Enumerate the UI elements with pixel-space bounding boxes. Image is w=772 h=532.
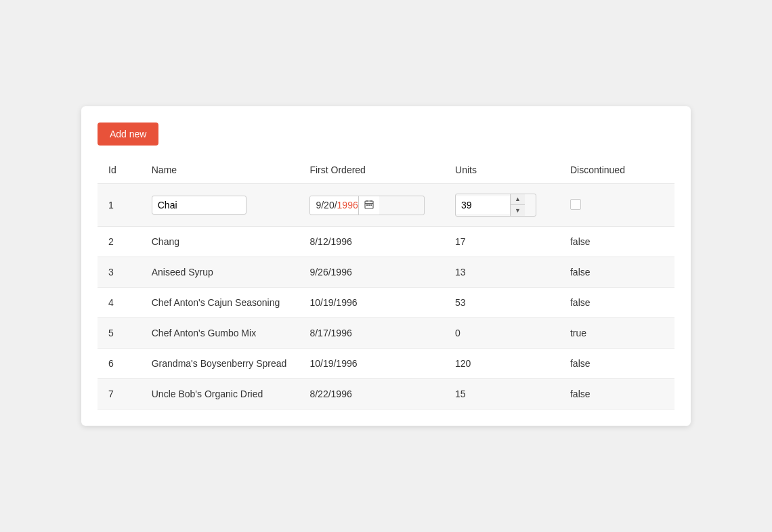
cell-date-1: 9/20/1996 [299,184,444,227]
units-input-wrapper: ▲ ▼ [455,194,536,217]
col-header-first-ordered: First Ordered [299,156,444,184]
cell-date: 8/12/1996 [299,227,444,257]
cell-name: Chang [141,227,299,257]
date-year-highlight: 1996 [337,200,358,210]
cell-units: 53 [444,288,559,318]
cell-discontinued: false [559,257,674,288]
table-row: 2Chang8/12/199617false [98,227,674,257]
cell-id-1: 1 [98,184,141,227]
cell-id: 2 [98,227,141,257]
col-header-id: Id [98,156,141,184]
table-row: 4Chef Anton's Cajun Seasoning10/19/19965… [98,288,674,318]
table-row: 5Chef Anton's Gumbo Mix8/17/19960true [98,318,674,349]
units-spinner: ▲ ▼ [510,194,525,216]
table-row-editing: 1 9/20/1996 [98,184,674,227]
cell-id: 7 [98,379,141,409]
cell-name: Chef Anton's Gumbo Mix [141,318,299,349]
cell-name: Aniseed Syrup [141,257,299,288]
table-header-row: Id Name First Ordered Units Discontinued [98,156,674,184]
date-display: 9/20/1996 [310,196,358,214]
svg-rect-4 [366,204,368,206]
svg-rect-6 [370,204,372,206]
cell-discontinued: false [559,227,674,257]
cell-id: 5 [98,318,141,349]
cell-units: 13 [444,257,559,288]
cell-discontinued: false [559,379,674,409]
table-row: 7Uncle Bob's Organic Dried8/22/199615fal… [98,379,674,409]
cell-name: Uncle Bob's Organic Dried [141,379,299,409]
cell-units: 15 [444,379,559,409]
col-header-units: Units [444,156,559,184]
cell-date: 8/17/1996 [299,318,444,349]
calendar-button[interactable] [358,196,379,215]
spinner-up-button[interactable]: ▲ [511,194,525,205]
spinner-down-button[interactable]: ▼ [511,205,525,216]
cell-date: 10/19/1996 [299,288,444,318]
cell-name: Grandma's Boysenberry Spread [141,349,299,379]
cell-date: 8/22/1996 [299,379,444,409]
data-table: Id Name First Ordered Units Discontinued… [98,156,674,409]
cell-units: 17 [444,227,559,257]
date-prefix: 9/20/ [316,200,337,210]
cell-id: 6 [98,349,141,379]
cell-id: 4 [98,288,141,318]
toolbar: Add new [98,123,674,146]
cell-discontinued: false [559,288,674,318]
units-input[interactable] [456,196,510,214]
add-new-button[interactable]: Add new [98,123,158,146]
discontinued-checkbox[interactable] [570,199,581,210]
svg-rect-5 [368,204,370,206]
table-row: 6Grandma's Boysenberry Spread10/19/19961… [98,349,674,379]
col-header-discontinued: Discontinued [559,156,674,184]
cell-discontinued-1 [559,184,674,227]
cell-units-1: ▲ ▼ [444,184,559,227]
cell-name: Chef Anton's Cajun Seasoning [141,288,299,318]
main-container: Add new Id Name First Ordered Units Disc… [81,106,691,426]
cell-date: 9/26/1996 [299,257,444,288]
calendar-icon [364,200,374,209]
cell-units: 120 [444,349,559,379]
cell-id: 3 [98,257,141,288]
cell-discontinued: true [559,318,674,349]
date-input-wrapper: 9/20/1996 [309,196,425,215]
col-header-name: Name [141,156,299,184]
cell-discontinued: false [559,349,674,379]
name-input[interactable] [152,196,246,215]
cell-units: 0 [444,318,559,349]
cell-name-1 [141,184,299,227]
cell-date: 10/19/1996 [299,349,444,379]
table-row: 3Aniseed Syrup9/26/199613false [98,257,674,288]
